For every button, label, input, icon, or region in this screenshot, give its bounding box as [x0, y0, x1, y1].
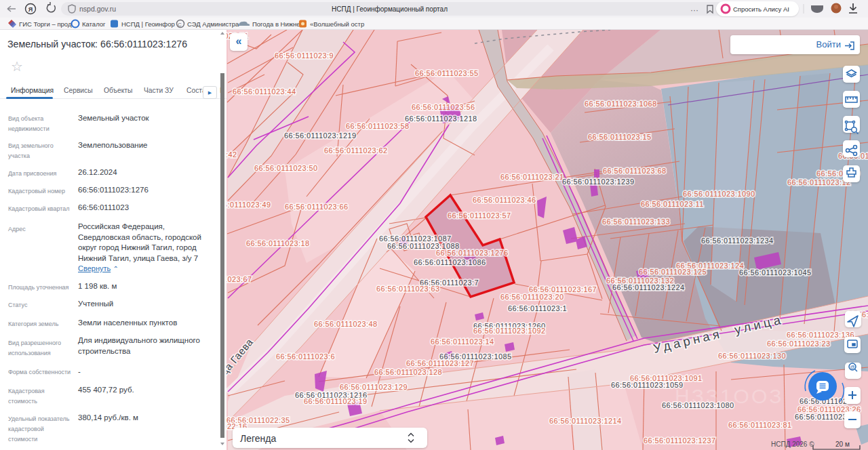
svg-text:66:56:0111023:1234: 66:56:0111023:1234 — [701, 237, 774, 245]
svg-text:66:56:0111023:1214: 66:56:0111023:1214 — [549, 417, 622, 425]
svg-text:Я: Я — [28, 6, 33, 13]
svg-text:66:56:0111023:128: 66:56:0111023:128 — [374, 368, 442, 376]
svg-text:66:56:0111023:68: 66:56:0111023:68 — [603, 167, 666, 175]
svg-text:@: @ — [850, 365, 854, 369]
svg-text:НСПД | Геоинфор: НСПД | Геоинфор — [121, 20, 175, 28]
svg-text:66:56:0111023:55: 66:56:0111023:55 — [415, 69, 478, 77]
svg-text:66:56:0111023:20: 66:56:0111023:20 — [500, 293, 564, 301]
svg-text:Погода в Нижнем: Погода в Нижнем — [252, 20, 304, 28]
svg-text:66:56:0111023:58: 66:56:0111023:58 — [346, 122, 409, 130]
svg-text:Спросить Алису AI: Спросить Алису AI — [733, 5, 789, 13]
svg-text:66:56:0111023:21: 66:56:0111023:21 — [500, 173, 564, 181]
svg-text:66:56:0111023:1276: 66:56:0111023:1276 — [436, 249, 509, 257]
svg-text:66:56:0111023:11: 66:56:0111023:11 — [641, 200, 704, 208]
svg-text:66:56:0111023:18: 66:56:0111023:18 — [246, 239, 309, 247]
svg-text:СЭД Администра: СЭД Администра — [187, 20, 239, 28]
svg-text:НСПД | Геоинформационный порта: НСПД | Геоинформационный портал — [332, 5, 448, 13]
svg-text:66:56:0111023:129: 66:56:0111023:129 — [340, 383, 408, 391]
svg-text:66:56:0111023:48: 66:56:0111023:48 — [314, 320, 377, 328]
svg-text:66:56:0111023:14: 66:56:0111023:14 — [431, 338, 494, 346]
svg-text:66:56:0111023:81: 66:56:0111023:81 — [728, 421, 791, 429]
svg-text:66:56:0111023:19: 66:56:0111023:19 — [304, 397, 367, 405]
svg-text:66:56:0111023:50: 66:56:0111023:50 — [254, 164, 317, 172]
svg-text:66:56:0111023:1090: 66:56:0111023:1090 — [683, 190, 755, 198]
svg-text:66:56:0111023:1224: 66:56:0111023:1224 — [612, 283, 685, 291]
svg-text:66:56:0111023:66: 66:56:0111023:66 — [285, 203, 348, 211]
svg-text:66:56:0111023:1: 66:56:0111023:1 — [508, 304, 567, 312]
svg-text:66:56:0111023:62: 66:56:0111023:62 — [324, 146, 387, 155]
svg-text:66:56:0111023:130: 66:56:0111023:130 — [718, 352, 786, 360]
svg-text:66:56:0111023:1092: 66:56:0111023:1092 — [473, 327, 546, 335]
svg-text:66:56:0111023: 66:56:0111023 — [795, 413, 847, 421]
svg-text:66:56:0111023:1059: 66:56:0111023:1059 — [611, 381, 684, 389]
svg-text:66:56:0111023:57: 66:56:0111023:57 — [448, 211, 511, 220]
svg-text:66:56:0111023:46: 66:56:0111023:46 — [473, 196, 536, 204]
svg-text:«Волшебный остр: «Волшебный остр — [310, 20, 364, 28]
svg-text:66:56:0111023:133: 66:56:0111023:133 — [602, 218, 670, 226]
svg-text:ГИС Торги – прод: ГИС Торги – прод — [19, 20, 72, 28]
svg-text:66:56:0111023:23: 66:56:0111023:23 — [767, 340, 830, 348]
svg-text:66:56:0111023:1045: 66:56:0111023:1045 — [739, 268, 812, 277]
svg-text:66:56:0111023:9: 66:56:0111023:9 — [275, 52, 334, 60]
svg-text:66:56:0111023:1219: 66:56:0111023:1219 — [284, 131, 357, 140]
svg-text:nspd.gov.ru: nspd.gov.ru — [79, 5, 116, 13]
svg-text:66:56:0111023:1086: 66:56:0111023:1086 — [414, 258, 486, 266]
svg-text:66:56:0111023:56: 66:56:0111023:56 — [412, 103, 475, 111]
svg-text:···: ··· — [690, 5, 698, 15]
svg-text:C: C — [178, 22, 182, 28]
svg-text:66:56:0111023:44: 66:56:0111023:44 — [233, 87, 296, 96]
svg-text:66:56:0111023:127: 66:56:0111023:127 — [406, 359, 474, 367]
svg-text:66:56:0111023:15: 66:56:0111023:15 — [588, 133, 651, 141]
svg-text:66:56:0111023:6: 66:56:0111023:6 — [276, 352, 335, 361]
svg-text:66:56:0111023:1068: 66:56:0111023:1068 — [585, 100, 657, 108]
svg-text:66:56:0111023:1080: 66:56:0111023:1080 — [662, 401, 734, 409]
svg-text:66:56:0111023:1237: 66:56:0111023:1237 — [644, 436, 716, 445]
svg-text:66:56:0111023:63: 66:56:0111023:63 — [376, 285, 439, 293]
svg-text:66:56:0111023:125: 66:56:0111023:125 — [639, 268, 707, 276]
svg-text:Каталог: Каталог — [82, 20, 106, 28]
svg-text:66:56:0111023:1239: 66:56:0111023:1239 — [562, 178, 635, 186]
svg-text:66:56:0111023:1218: 66:56:0111023:1218 — [405, 115, 477, 123]
